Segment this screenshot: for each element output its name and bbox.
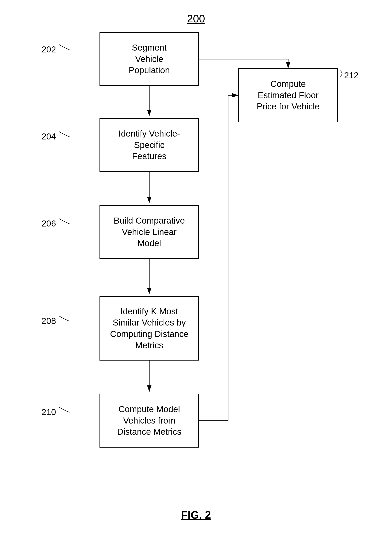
ref-label-204: 204 [41, 132, 56, 142]
node-compute-model-vehicles: Compute Model Vehicles from Distance Met… [99, 394, 199, 448]
figure-label: FIG. 2 [181, 509, 211, 521]
node-label-208: Identify K Most Similar Vehicles by Comp… [110, 306, 189, 351]
node-label-204: Identify Vehicle- Specific Features [118, 128, 180, 162]
node-label-212: Compute Estimated Floor Price for Vehicl… [257, 78, 320, 112]
node-label-206: Build Comparative Vehicle Linear Model [114, 215, 185, 249]
diagram-title: 200 [187, 13, 205, 25]
ref-label-208: 208 [41, 316, 56, 326]
node-label-202: Segment Vehicle Population [129, 42, 170, 76]
ref-label-206: 206 [41, 219, 56, 228]
node-build-comparative-model: Build Comparative Vehicle Linear Model [99, 205, 199, 259]
ref-label-202: 202 [41, 45, 56, 54]
node-segment-vehicle-population: Segment Vehicle Population [99, 32, 199, 86]
node-identify-similar-vehicles: Identify K Most Similar Vehicles by Comp… [99, 296, 199, 361]
diagram-container: 200 Segment Vehicle Population Identify … [0, 0, 392, 546]
node-label-210: Compute Model Vehicles from Distance Met… [117, 404, 181, 438]
node-compute-floor-price: Compute Estimated Floor Price for Vehicl… [238, 68, 338, 122]
node-identify-vehicle-features: Identify Vehicle- Specific Features [99, 118, 199, 172]
ref-label-210: 210 [41, 407, 56, 417]
ref-label-212: 212 [344, 71, 359, 80]
